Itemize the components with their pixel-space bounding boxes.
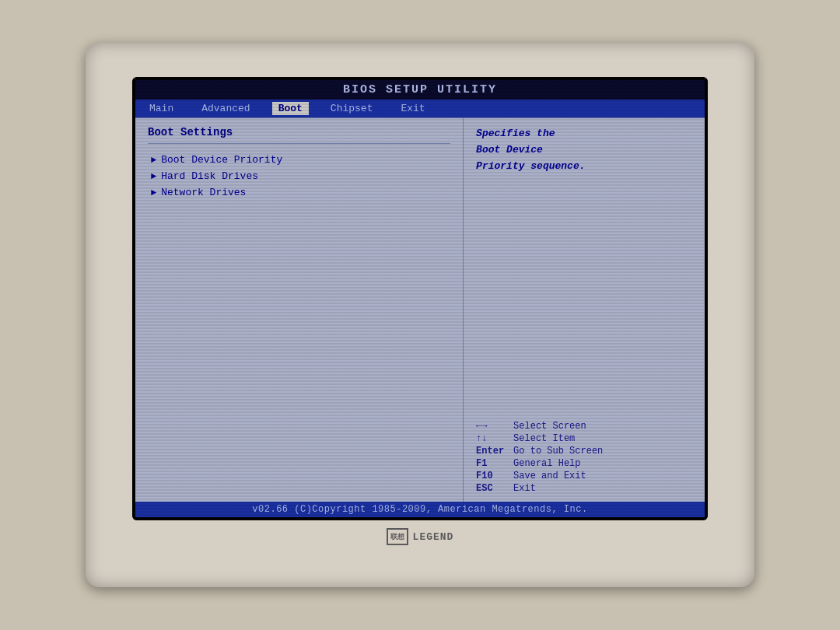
option-network-drives[interactable]: ► Network Drives — [148, 186, 450, 199]
bios-title-text: BIOS SETUP UTILITY — [343, 83, 497, 96]
status-bar: v02.66 (C)Copyright 1985-2009, American … — [135, 502, 705, 517]
right-panel: Specifies the Boot Device Priority seque… — [464, 118, 705, 502]
menu-boot[interactable]: Boot — [272, 102, 309, 115]
section-title: Boot Settings — [148, 126, 450, 138]
option-hard-disk-drives[interactable]: ► Hard Disk Drives — [148, 170, 450, 183]
help-text: Specifies the Boot Device Priority seque… — [476, 126, 692, 174]
key-esc-desc: Exit — [513, 483, 536, 494]
menu-chipset[interactable]: Chipset — [324, 102, 380, 115]
lenovo-brand: LEGEND — [413, 531, 454, 543]
menu-advanced[interactable]: Advanced — [195, 102, 256, 115]
left-panel: Boot Settings ► Boot Device Priority ► H… — [135, 118, 464, 502]
help-line2: Boot Device — [476, 144, 543, 156]
key-f1-desc: General Help — [513, 458, 580, 469]
option-label-2: Hard Disk Drives — [161, 170, 258, 182]
arrow-icon-2: ► — [151, 171, 156, 182]
arrow-icon-3: ► — [151, 187, 156, 198]
lenovo-icon-text: 联想 — [390, 532, 404, 542]
main-content: Boot Settings ► Boot Device Priority ► H… — [135, 117, 705, 502]
key-row-select-item: ↑↓ Select Item — [476, 433, 692, 444]
key-f1: F1 — [476, 458, 507, 469]
option-label-1: Boot Device Priority — [161, 154, 282, 166]
key-enter-desc: Go to Sub Screen — [513, 446, 603, 457]
key-f10: F10 — [476, 471, 507, 481]
key-f10-desc: Save and Exit — [513, 471, 586, 481]
menu-bar: Main Advanced Boot Chipset Exit — [135, 100, 705, 117]
monitor: BIOS SETUP UTILITY Main Advanced Boot Ch… — [86, 43, 754, 587]
bios-screen: BIOS SETUP UTILITY Main Advanced Boot Ch… — [135, 80, 705, 517]
key-row-f1: F1 General Help — [476, 458, 692, 469]
help-line1: Specifies the — [476, 128, 555, 139]
lenovo-logo: 联想 LEGEND — [387, 528, 454, 545]
status-text: v02.66 (C)Copyright 1985-2009, American … — [252, 504, 587, 515]
key-ud-desc: Select Item — [513, 433, 575, 444]
menu-main[interactable]: Main — [143, 102, 180, 115]
arrow-icon-1: ► — [151, 155, 156, 166]
option-label-3: Network Drives — [161, 187, 246, 198]
divider — [148, 143, 450, 144]
key-row-select-screen: ←→ Select Screen — [476, 421, 692, 432]
key-lr: ←→ — [476, 421, 507, 432]
lenovo-icon: 联想 — [387, 528, 408, 545]
key-ud: ↑↓ — [476, 433, 507, 444]
menu-exit[interactable]: Exit — [394, 102, 431, 115]
key-row-enter: Enter Go to Sub Screen — [476, 446, 692, 457]
key-row-esc: ESC Exit — [476, 483, 692, 494]
help-line3: Priority sequence. — [476, 160, 585, 172]
screen-bezel: BIOS SETUP UTILITY Main Advanced Boot Ch… — [132, 77, 708, 520]
boot-options: ► Boot Device Priority ► Hard Disk Drive… — [148, 153, 450, 199]
key-help: ←→ Select Screen ↑↓ Select Item Enter Go… — [476, 421, 692, 494]
bios-title: BIOS SETUP UTILITY — [135, 80, 705, 100]
key-esc: ESC — [476, 483, 507, 494]
key-row-f10: F10 Save and Exit — [476, 471, 692, 481]
option-boot-device-priority[interactable]: ► Boot Device Priority — [148, 153, 450, 166]
key-enter: Enter — [476, 446, 507, 457]
key-lr-desc: Select Screen — [513, 421, 586, 432]
